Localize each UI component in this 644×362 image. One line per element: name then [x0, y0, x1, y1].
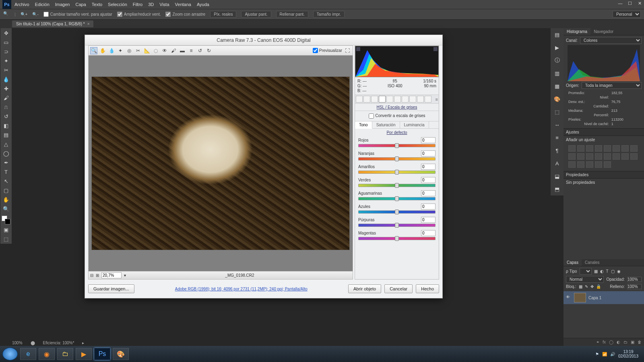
crop-tool-icon[interactable]: ✂ — [134, 47, 142, 54]
delete-icon[interactable]: 🗑 — [638, 340, 642, 344]
shape-tool[interactable]: ▢ — [2, 186, 10, 194]
adjustment-layer-icon[interactable]: ◐ — [617, 340, 620, 344]
document-tab[interactable]: Sin título-1 al 100% (Capa 1, RGB/8) * × — [12, 21, 93, 27]
panel-icon[interactable]: ¶ — [553, 146, 561, 154]
slider-track[interactable] — [358, 157, 436, 160]
actual-pixels-button[interactable]: Píx. reales — [210, 11, 236, 18]
stamp-tool[interactable]: ⎍ — [2, 103, 10, 111]
subtab-luminance[interactable]: Luminancia — [400, 121, 429, 128]
menu-item[interactable]: Texto — [92, 2, 102, 7]
adjustment-icon[interactable] — [586, 153, 593, 160]
panel-icon[interactable]: ⬒ — [553, 185, 561, 193]
adjustment-icon[interactable] — [595, 161, 602, 168]
lock-icon[interactable]: ✥ — [590, 284, 594, 289]
fullscreen-icon[interactable]: ⛶ — [344, 47, 351, 54]
taskbar-photoshop-icon[interactable]: Ps — [94, 348, 110, 360]
zoom-resizes-checkbox[interactable]: Ampliar/reducir vent. — [117, 12, 161, 17]
slider-track[interactable] — [358, 197, 436, 200]
slider-thumb[interactable] — [395, 183, 399, 188]
zoom-tool[interactable]: 🔍 — [2, 205, 10, 213]
presets-tab-icon[interactable] — [417, 96, 424, 103]
minimize-button[interactable]: — — [617, 1, 623, 6]
rotate-cw-icon[interactable]: ↻ — [205, 47, 213, 54]
adjustment-icon[interactable] — [568, 145, 576, 152]
calib-tab-icon[interactable] — [409, 96, 416, 103]
subtab-hue[interactable]: Tono — [355, 121, 372, 129]
slider-thumb[interactable] — [395, 170, 399, 175]
panel-icon[interactable]: 🎨 — [553, 95, 561, 103]
new-layer-icon[interactable]: ▣ — [631, 340, 634, 344]
taskbar-paint-icon[interactable]: 🎨 — [113, 348, 129, 360]
basic-tab-icon[interactable] — [356, 96, 363, 103]
lock-icon[interactable]: ✎ — [585, 284, 588, 289]
panel-icon[interactable]: ⬓ — [553, 172, 561, 180]
adjustment-icon[interactable] — [586, 145, 593, 152]
save-image-button[interactable]: Guardar imagen... — [88, 284, 134, 293]
zoom-in-icon[interactable]: 🔍+ — [21, 12, 28, 16]
convert-grayscale-checkbox[interactable]: Convertir a escala de grises — [355, 111, 439, 121]
hand-tool-icon[interactable]: ✋ — [99, 47, 106, 54]
slider-thumb[interactable] — [395, 156, 399, 161]
taskbar-media-icon[interactable]: ▶ — [76, 348, 92, 360]
filter-icon[interactable]: ◐ — [600, 269, 604, 274]
lock-icon[interactable]: 🔒 — [596, 284, 601, 289]
slider-value-input[interactable] — [421, 190, 436, 196]
workspace-select[interactable]: Personal — [613, 11, 641, 18]
panel-icon[interactable]: A — [553, 159, 561, 167]
blend-mode-select[interactable]: Normal — [566, 276, 604, 283]
redeye-icon[interactable]: 👁 — [161, 47, 168, 54]
move-tool[interactable]: ✥ — [2, 29, 10, 37]
slider-value-input[interactable] — [421, 177, 436, 183]
fill-input[interactable] — [627, 284, 642, 289]
detail-tab-icon[interactable] — [371, 96, 378, 103]
rotate-ccw-icon[interactable]: ↺ — [196, 47, 204, 54]
eraser-tool[interactable]: ◧ — [2, 121, 10, 130]
panel-icon[interactable]: ▥ — [553, 69, 561, 77]
slider-thumb[interactable] — [395, 236, 399, 241]
adjustment-icon[interactable] — [577, 145, 584, 152]
done-button[interactable]: Hecho — [416, 284, 439, 293]
panel-icon[interactable]: ⓘ — [553, 56, 561, 64]
slider-value-input[interactable] — [421, 230, 436, 236]
zoom-out-icon[interactable]: 🔍- — [32, 12, 38, 16]
cancel-button[interactable]: Cancelar — [384, 284, 413, 293]
wb-tool-icon[interactable]: 💧 — [108, 47, 115, 54]
straighten-icon[interactable]: 📐 — [143, 47, 151, 54]
origin-select[interactable]: Toda la imagen — [582, 82, 642, 89]
panel-icon[interactable]: ▶ — [553, 43, 561, 51]
color-swatches[interactable] — [2, 216, 10, 224]
filter-icon[interactable]: T — [606, 269, 609, 274]
menu-item[interactable]: Edición — [35, 2, 50, 7]
visibility-icon[interactable]: 👁 — [566, 295, 572, 300]
slider-track[interactable] — [358, 144, 436, 147]
slider-value-input[interactable] — [421, 150, 436, 156]
brush-tool[interactable]: 🖌 — [2, 94, 10, 102]
hsl-tab-icon[interactable] — [379, 96, 386, 103]
slider-value-input[interactable] — [421, 164, 436, 170]
slider-track[interactable] — [358, 171, 436, 174]
close-tab-icon[interactable]: × — [87, 22, 90, 26]
filter-icon[interactable]: ▢ — [611, 269, 615, 274]
tray-volume-icon[interactable]: 🔊 — [610, 352, 615, 356]
marquee-tool[interactable]: ▭ — [2, 38, 10, 46]
adjustment-icon[interactable] — [604, 153, 611, 160]
healing-tool[interactable]: ✚ — [2, 84, 10, 93]
slider-value-input[interactable] — [421, 137, 436, 143]
panel-icon[interactable]: ▤ — [553, 31, 561, 39]
target-adjust-icon[interactable]: ◎ — [126, 47, 133, 54]
slider-thumb[interactable] — [395, 210, 399, 214]
panel-menu-icon[interactable]: ≡ — [436, 97, 438, 102]
gradient-tool[interactable]: ▤ — [2, 131, 10, 139]
grad-filter-icon[interactable]: ▬ — [179, 47, 186, 54]
adjustment-icon[interactable] — [621, 153, 629, 160]
panel-icon[interactable]: ▦ — [553, 82, 561, 90]
adjustment-icon[interactable] — [577, 161, 584, 168]
adjustment-icon[interactable] — [595, 145, 602, 152]
screenmode-toggle[interactable]: ⬚ — [2, 235, 10, 243]
channel-select[interactable]: Colores — [580, 37, 642, 44]
quickmask-toggle[interactable]: ▣ — [2, 226, 10, 234]
tab-navigator[interactable]: Navegador — [590, 28, 617, 35]
adjustment-icon[interactable] — [613, 153, 620, 160]
close-button[interactable]: ✕ — [637, 1, 642, 6]
adjustment-icon[interactable] — [604, 161, 611, 168]
